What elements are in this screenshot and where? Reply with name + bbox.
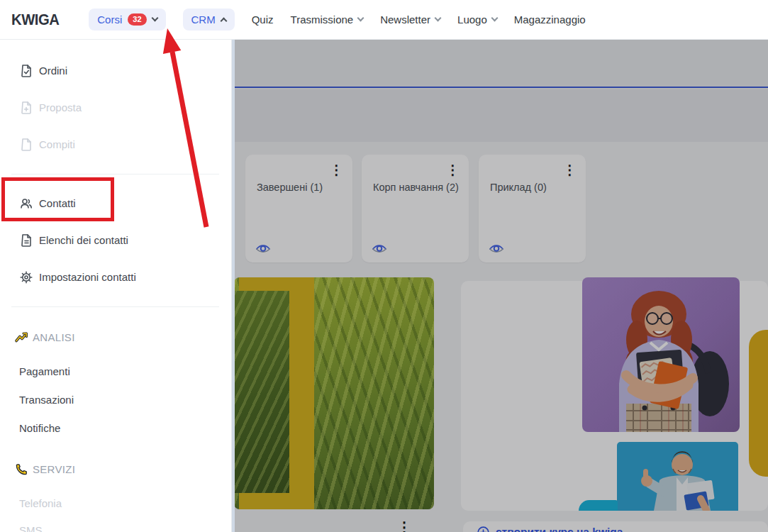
document-plus-icon (19, 101, 33, 115)
dim-overlay (232, 40, 768, 532)
chevron-down-icon (151, 15, 158, 22)
nav-items: Corsi 32 CRM Quiz Trasmissione Newslette… (89, 9, 585, 31)
document-icon (19, 138, 33, 152)
sidebar-item-telefonia: Telefonia (0, 495, 231, 512)
sidebar-item-impostazioni-contatti[interactable]: Impostazioni contatti (0, 269, 231, 286)
chevron-down-icon (357, 15, 364, 22)
document-lines-icon (19, 233, 33, 248)
sidebar-item-pagamenti[interactable]: Pagamenti (0, 363, 231, 380)
sidebar-section-analisi: ANALISI (0, 329, 231, 346)
sidebar: Ordini Proposta Compiti Contatti Elenchi… (0, 40, 232, 532)
gear-icon (19, 270, 33, 284)
nav-item-trasmissione[interactable]: Trasmissione (291, 13, 364, 26)
kwiga-logo[interactable]: KWIGA (11, 11, 59, 29)
phone-icon (14, 462, 28, 477)
nav-crm-label: CRM (191, 13, 216, 26)
sidebar-item-sms: SMS (0, 522, 231, 532)
chevron-down-icon (435, 15, 442, 22)
sidebar-divider (11, 174, 219, 174)
sidebar-scrollbar-track[interactable] (232, 40, 235, 532)
top-navbar: KWIGA Corsi 32 CRM Quiz Trasmissione New… (0, 0, 768, 40)
document-check-icon (19, 64, 33, 78)
nav-item-crm[interactable]: CRM (183, 9, 235, 31)
nav-corsi-label: Corsi (97, 13, 122, 26)
chevron-down-icon (491, 15, 498, 22)
sidebar-item-proposta: Proposta (0, 99, 231, 116)
main-content-dimmed: Завершені (1) ⋮ Корп навчання (2) ⋮ Прик… (232, 40, 768, 532)
nav-item-corsi[interactable]: Corsi 32 (89, 9, 165, 31)
nav-item-quiz[interactable]: Quiz (252, 13, 274, 26)
chevron-up-icon (220, 18, 227, 25)
sidebar-item-ordini[interactable]: Ordini (0, 62, 231, 79)
corsi-count-badge: 32 (128, 13, 146, 26)
contacts-icon (19, 196, 33, 211)
nav-item-newsletter[interactable]: Newsletter (380, 13, 440, 26)
sidebar-section-servizi: SERVIZI (0, 461, 231, 478)
nav-item-magazzinaggio[interactable]: Magazzinaggio (514, 13, 586, 26)
sidebar-item-elenchi-contatti[interactable]: Elenchi dei contatti (0, 232, 231, 249)
sidebar-item-transazioni[interactable]: Transazioni (0, 392, 231, 409)
sidebar-item-contatti[interactable]: Contatti (0, 195, 231, 212)
sidebar-item-compiti: Compiti (0, 136, 231, 153)
nav-item-luogo[interactable]: Luogo (457, 13, 497, 26)
sidebar-item-notifiche[interactable]: Notifiche (0, 420, 231, 437)
sidebar-divider (11, 306, 219, 307)
trend-up-icon (14, 331, 28, 345)
